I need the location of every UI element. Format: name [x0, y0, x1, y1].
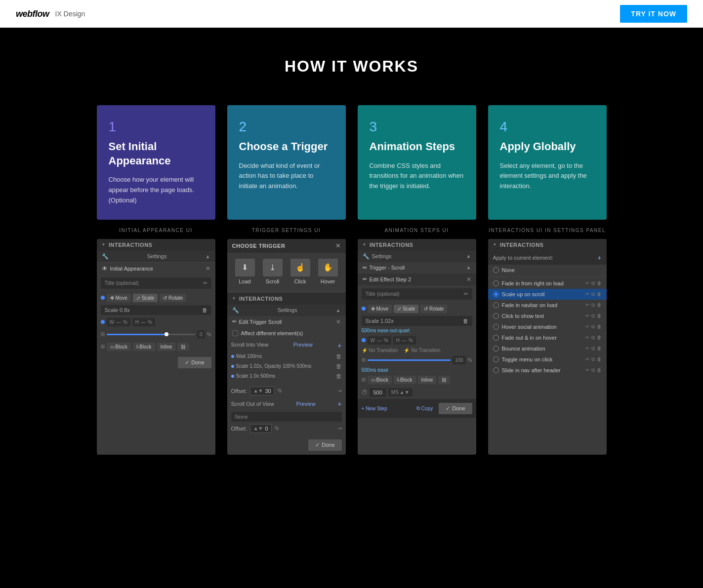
option-fade-navbar-icons: ✏ ⧉ 🗑	[585, 302, 602, 308]
panel4-option-none[interactable]: None	[488, 265, 607, 275]
panel2-done-button[interactable]: ✓ Done	[308, 439, 341, 451]
panel3-opacity-slider[interactable]	[368, 359, 451, 361]
panel1-delete-icon[interactable]: 🗑	[202, 307, 207, 313]
panel2-up-arrow-icon[interactable]: ▲	[336, 308, 341, 313]
panel4-title: INTERACTIONS	[500, 242, 544, 248]
panel1-wh-row: W — % H — %	[97, 316, 215, 328]
option-fade-hover-icons: ✏ ⧉ 🗑	[585, 335, 602, 341]
panel3-block-button[interactable]: ▭ Block	[368, 376, 392, 384]
panel3-chain-button[interactable]: ⛓	[438, 376, 450, 384]
panel2-add-icon[interactable]: +	[337, 342, 341, 350]
step-wait-delete-icon[interactable]: 🗑	[336, 353, 342, 360]
copy-icon-9[interactable]: ⧉	[591, 367, 595, 373]
delete-icon-7[interactable]: 🗑	[597, 346, 602, 352]
panel3-scale-button[interactable]: ⤢ Scale	[394, 305, 418, 313]
panel1-iblock-button[interactable]: I-Block	[133, 343, 155, 351]
copy-icon-4[interactable]: ⧉	[591, 313, 595, 319]
delete-icon-6[interactable]: 🗑	[597, 335, 602, 341]
panel1-scale-button[interactable]: ⤢ Scale	[133, 294, 158, 302]
copy-icon-5[interactable]: ⧉	[591, 324, 595, 330]
panel3-w-box[interactable]: W — %	[368, 336, 391, 345]
copy-icon-6[interactable]: ⧉	[591, 335, 595, 341]
copy-icon-3[interactable]: ⧉	[591, 302, 595, 308]
delete-icon-4[interactable]: 🗑	[597, 313, 602, 319]
panel4-option-scale-scroll[interactable]: Scale up on scroll ✏ ⧉ 🗑	[488, 289, 607, 300]
panel1-inline-button[interactable]: Inline	[157, 343, 176, 351]
panel1-w-box[interactable]: W — %	[107, 318, 130, 326]
edit-icon-7[interactable]: ✏	[585, 346, 589, 352]
panel4-option-slide-nav[interactable]: Slide in nav after header ✏ ⧉ 🗑	[488, 365, 607, 376]
panel3-ms-label[interactable]: MS ▲▼	[388, 388, 413, 396]
panel4-option-fade-right[interactable]: Fade in from right on load ✏ ⧉ 🗑	[488, 278, 607, 289]
panel1-done-button[interactable]: ✓ Done	[178, 357, 211, 368]
delete-icon-5[interactable]: 🗑	[597, 324, 602, 330]
panel3-done-button[interactable]: ✓ Done	[439, 403, 472, 414]
step-scale2-delete-icon[interactable]: 🗑	[336, 373, 342, 380]
panel3-edit-icon[interactable]: ✏	[464, 291, 468, 297]
edit-icon-8[interactable]: ✏	[585, 356, 589, 362]
trigger-hover[interactable]: ✋ Hover	[318, 259, 338, 284]
panel4-option-toggle-menu[interactable]: Toggle menu on click ✏ ⧉ 🗑	[488, 354, 607, 365]
panel2-preview-btn[interactable]: Preview	[293, 342, 313, 350]
edit-icon-5[interactable]: ✏	[585, 324, 589, 330]
panel2-close-icon[interactable]: ✕	[335, 242, 341, 249]
delete-icon-1[interactable]: 🗑	[597, 280, 602, 286]
panel4-option-click-show[interactable]: Click to show text ✏ ⧉ 🗑	[488, 311, 607, 321]
copy-icon-8[interactable]: ⧉	[591, 356, 595, 362]
panel3-copy-button[interactable]: ⧉ Copy	[416, 405, 433, 411]
panel2-offset2-box[interactable]: ▲▼ 0	[250, 424, 272, 433]
panel1-rotate-button[interactable]: ↺ Rotate	[160, 294, 186, 302]
panel3-delete-icon[interactable]: 🗑	[463, 318, 468, 324]
copy-icon-2[interactable]: ⧉	[591, 291, 595, 297]
delete-icon-8[interactable]: 🗑	[597, 356, 602, 362]
panel2-scroll-out-preview-btn[interactable]: Preview	[296, 401, 315, 407]
panel4-option-fade-navbar[interactable]: Fade in navbar on load ✏ ⧉ 🗑	[488, 300, 607, 311]
panel3-rotate-button[interactable]: ↺ Rotate	[420, 305, 447, 313]
edit-icon-9[interactable]: ✏	[585, 367, 589, 373]
panel1-chain-button[interactable]: ⛓	[177, 343, 189, 351]
edit-icon-6[interactable]: ✏	[585, 335, 589, 341]
panel2-scroll-out-add-icon[interactable]: +	[337, 400, 341, 408]
panel3-new-step-button[interactable]: + New Step	[362, 406, 387, 411]
trigger-load[interactable]: ⬇ Load	[235, 259, 255, 284]
panel3-inline-button[interactable]: Inline	[418, 376, 437, 384]
step-scale-delete-icon[interactable]: 🗑	[336, 363, 342, 370]
panel1-block-button[interactable]: ▭ Block	[107, 343, 131, 351]
panel1-close-icon[interactable]: ✕	[206, 265, 210, 272]
edit-icon-4[interactable]: ✏	[585, 313, 589, 319]
panel3-h-box[interactable]: H — %	[393, 336, 416, 345]
copy-icon-1[interactable]: ⧉	[591, 280, 595, 286]
edit-icon-3[interactable]: ✏	[585, 302, 589, 308]
panel2-interactions-header: ▼ INTERACTIONS	[227, 293, 346, 305]
panel1-opacity-slider[interactable]	[107, 334, 196, 335]
panel2-offset2-label: Offset:	[231, 426, 247, 431]
panel2-edit-close-icon[interactable]: ✕	[336, 318, 341, 325]
trigger-click[interactable]: ☝ Click	[290, 259, 310, 284]
panel3-iblock-button[interactable]: I-Block	[394, 376, 416, 384]
copy-icon-7[interactable]: ⧉	[591, 346, 595, 352]
panel4-add-button[interactable]: +	[597, 254, 601, 262]
try-it-now-button[interactable]: TRY IT NOW	[620, 5, 687, 23]
delete-icon-2[interactable]: 🗑	[597, 291, 602, 297]
panel1-title-input[interactable]: Title (optional) ✏	[101, 277, 211, 289]
panel1-up-arrow-icon[interactable]: ▲	[206, 254, 210, 259]
delete-icon-3[interactable]: 🗑	[597, 302, 602, 308]
panel3-close-icon[interactable]: ✕	[466, 276, 471, 283]
panel4-option-bounce[interactable]: Bounce animation ✏ ⧉ 🗑	[488, 343, 607, 354]
panel1-move-button[interactable]: ✥ Move	[107, 294, 131, 302]
panel3-up-arrow-icon[interactable]: ▲	[466, 253, 471, 260]
panel3-title-input[interactable]: Title (optional) ✏	[362, 288, 472, 300]
trigger-scroll[interactable]: ⤓ Scroll	[263, 259, 283, 284]
panel4-option-fade-hover[interactable]: Fade out & in on hover ✏ ⧉ 🗑	[488, 332, 607, 343]
panel1-h-box[interactable]: H — %	[132, 318, 155, 326]
edit-icon-1[interactable]: ✏	[585, 280, 589, 286]
panel2-affect-checkbox[interactable]	[232, 330, 238, 336]
panel3-trigger-up-icon[interactable]: ▲	[466, 265, 471, 271]
panel4-option-hover-social[interactable]: Hover social animation ✏ ⧉ 🗑	[488, 321, 607, 332]
panel1-edit-icon[interactable]: ✏	[203, 280, 207, 286]
panel3-time-value[interactable]: 500	[370, 388, 386, 397]
panel3-move-button[interactable]: ✥ Move	[368, 305, 392, 313]
delete-icon-9[interactable]: 🗑	[597, 367, 602, 373]
edit-icon-2[interactable]: ✏	[585, 291, 589, 297]
panel2-offset-box[interactable]: ▲▼ 30	[250, 387, 275, 395]
